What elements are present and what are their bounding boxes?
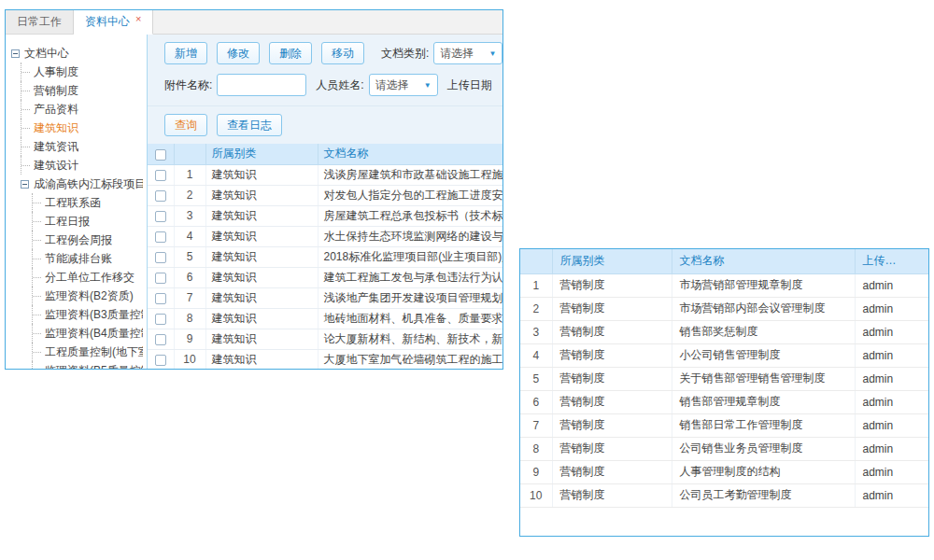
tree-item[interactable]: 工程质量控制(地下室) [9, 343, 143, 361]
row-doc-name[interactable]: 公司销售业务员管理制度 [672, 437, 855, 460]
row-doc-name[interactable]: 对发包人指定分包的工程施工进度安排… [318, 185, 502, 205]
tree-item[interactable]: 监理资料(B5质量控制) [9, 361, 143, 370]
row-checkbox-cell [148, 329, 174, 349]
edit-button[interactable]: 修改 [217, 42, 260, 64]
row-doc-name[interactable]: 关于销售部管理销售管理制度 [672, 367, 855, 390]
tree-branch-line [32, 249, 42, 268]
row-checkbox[interactable] [155, 334, 166, 345]
tree-branch-line [21, 119, 31, 137]
row-doc-name[interactable]: 销售部日常工作管理制度 [672, 413, 855, 437]
query-button[interactable]: 查询 [164, 114, 207, 136]
tree-item[interactable]: 营销制度 [9, 81, 143, 100]
row-doc-name[interactable]: 小公司销售管理制度 [672, 343, 855, 367]
row-category: 建筑知识 [205, 205, 318, 226]
row-doc-name[interactable]: 论大厦新材料、新结构、新技术，新工… [318, 329, 502, 349]
select-all-checkbox[interactable] [155, 149, 166, 161]
person-name-select[interactable]: 请选择 ▼ [369, 74, 438, 96]
row-doc-name[interactable]: 销售部管理规章制度 [672, 390, 855, 413]
row-doc-name[interactable]: 浅谈地产集团开发建设项目管理规划编… [318, 287, 502, 308]
row-checkbox[interactable] [155, 211, 166, 222]
tab-data-center[interactable]: 资料中心 × [74, 10, 153, 35]
toolbar-row-actions: 新增 修改 删除 移动 文档类别: 请选择 ▼ 文档 [164, 42, 502, 64]
row-category: 营销制度 [552, 483, 672, 507]
row-doc-name[interactable]: 大厦地下室加气砼墙砌筑工程的施工方… [318, 349, 502, 370]
table-row: 9营销制度人事管理制度的结构admin [520, 460, 928, 483]
tree-item[interactable]: 工程例会周报 [9, 231, 143, 249]
row-category: 建筑知识 [205, 287, 318, 308]
tree-branch-line [32, 343, 42, 361]
table-row: 2营销制度市场营销部内部会议管理制度admin [520, 297, 928, 320]
tree-item[interactable]: 监理资料(B2资质) [9, 287, 143, 305]
tree-branch-line [32, 361, 42, 370]
row-seq: 5 [174, 246, 205, 267]
attachment-name-label: 附件名称: [164, 77, 212, 93]
row-doc-name[interactable]: 公司员工考勤管理制度 [672, 483, 855, 507]
row-checkbox-cell [148, 287, 174, 308]
tree-collapse-icon[interactable] [11, 49, 20, 58]
tree-item[interactable]: 人事制度 [9, 63, 143, 81]
table-row: 2建筑知识对发包人指定分包的工程施工进度安排… [148, 185, 502, 205]
row-category: 营销制度 [552, 413, 672, 437]
row-doc-name[interactable]: 人事管理制度的结构 [672, 460, 855, 483]
tree-branch-line [21, 156, 31, 175]
row-checkbox[interactable] [155, 231, 166, 243]
row-doc-name[interactable]: 2018标准化监理项目部(业主项目部)人员… [318, 246, 502, 267]
row-category: 营销制度 [552, 297, 672, 320]
tree-item[interactable]: 文档中心 [9, 44, 143, 63]
tree-item[interactable]: 分工单位工作移交 [9, 268, 143, 287]
table-header-row: 所属别类 文档名称 [148, 144, 502, 164]
row-doc-name[interactable]: 市场营销部管理规章制度 [672, 273, 855, 297]
row-doc-name[interactable]: 销售部奖惩制度 [672, 320, 855, 343]
row-seq: 10 [174, 349, 205, 370]
row-seq: 3 [520, 320, 552, 343]
tree-item[interactable]: 监理资料(B3质量控制) [9, 305, 143, 324]
row-checkbox[interactable] [155, 252, 166, 263]
tree-item[interactable]: 建筑设计 [9, 156, 143, 175]
row-checkbox[interactable] [155, 293, 166, 304]
tree-item[interactable]: 工程联系函 [9, 193, 143, 212]
view-log-button[interactable]: 查看日志 [217, 114, 282, 136]
tree-item[interactable]: 建筑资讯 [9, 137, 143, 156]
tab-daily-work[interactable]: 日常工作 [6, 10, 74, 34]
tree-item[interactable]: 工程日报 [9, 212, 143, 231]
tree-collapse-icon[interactable] [21, 180, 29, 189]
tree-item[interactable]: 建筑知识 [9, 119, 143, 137]
row-checkbox[interactable] [155, 273, 166, 284]
row-doc-name[interactable]: 地砖地面材料、机具准备、质量要求及… [318, 308, 502, 329]
chevron-down-icon: ▼ [424, 81, 432, 90]
row-doc-name[interactable]: 房屋建筑工程总承包投标书（技术标）… [318, 205, 502, 226]
search-result-window: 所属别类 文档名称 上传… 1营销制度市场营销部管理规章制度admin2营销制度… [519, 248, 929, 537]
row-seq: 5 [520, 367, 552, 390]
row-doc-name[interactable]: 浅谈房屋建筑和市政基础设施工程施工… [318, 164, 502, 185]
row-doc-name[interactable]: 建筑工程施工发包与承包违法行为认定… [318, 267, 502, 287]
row-checkbox[interactable] [155, 314, 166, 325]
tree-item[interactable]: 节能减排台账 [9, 249, 143, 268]
tree-item[interactable]: 监理资料(B4质量控制) [9, 324, 143, 343]
doc-category-select[interactable]: 请选择 ▼ [433, 42, 502, 64]
table-row: 4建筑知识水土保持生态环境监测网络的建设与资… [148, 226, 502, 246]
table-row: 7营销制度销售部日常工作管理制度admin [520, 413, 928, 437]
row-doc-name[interactable]: 市场营销部内部会议管理制度 [672, 297, 855, 320]
tree-item-label: 节能减排台账 [45, 251, 112, 267]
row-checkbox[interactable] [155, 355, 166, 366]
add-button[interactable]: 新增 [164, 42, 207, 64]
select-value: 请选择 [375, 77, 409, 93]
row-category: 营销制度 [552, 343, 672, 367]
tree-item[interactable]: 产品资料 [9, 100, 143, 119]
row-checkbox[interactable] [155, 170, 166, 181]
row-seq: 10 [520, 483, 552, 507]
row-category: 营销制度 [552, 460, 672, 483]
tree-item[interactable]: 成渝高铁内江标段项目 [9, 175, 143, 193]
delete-button[interactable]: 删除 [269, 42, 312, 64]
tree-item-label: 产品资料 [34, 102, 78, 118]
row-uploader: admin [855, 390, 928, 413]
close-icon[interactable]: × [135, 14, 141, 23]
tree-item-label: 建筑设计 [34, 158, 78, 174]
upload-date-label: 上传日期 [447, 77, 492, 93]
attachment-name-input[interactable] [217, 74, 306, 96]
tree-item-label: 监理资料(B4质量控制) [45, 326, 143, 342]
move-button[interactable]: 移动 [321, 42, 364, 64]
table-row: 5建筑知识2018标准化监理项目部(业主项目部)人员… [148, 246, 502, 267]
row-doc-name[interactable]: 水土保持生态环境监测网络的建设与资… [318, 226, 502, 246]
row-checkbox[interactable] [155, 190, 166, 202]
